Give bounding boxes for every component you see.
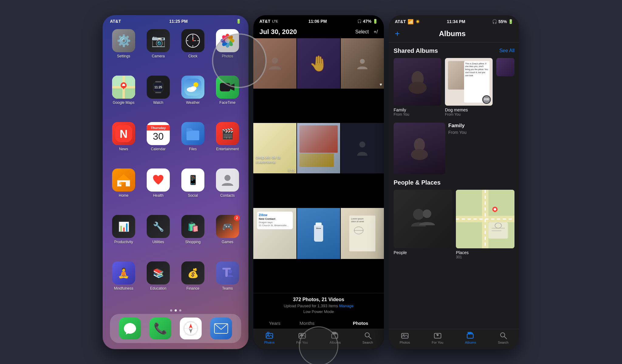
albums-tab-photos[interactable]: Photos: [400, 332, 410, 344]
years-tab[interactable]: Years: [269, 321, 281, 326]
photo-cell-6[interactable]: [341, 123, 384, 173]
app-education[interactable]: 📚 Education: [143, 261, 173, 303]
teams-label: Teams: [222, 286, 233, 291]
dock-phone[interactable]: 📞: [149, 318, 171, 339]
photo-cell-7[interactable]: Zillow New Contact Dragon says:21 Church…: [253, 208, 296, 259]
app-settings[interactable]: ⚙️ Settings: [109, 29, 138, 71]
clock-label: Clock: [188, 54, 197, 58]
app-clock[interactable]: Clock: [178, 29, 208, 71]
dot-2[interactable]: [175, 309, 177, 311]
app-contacts[interactable]: Contacts: [213, 168, 242, 210]
family-album[interactable]: Family From You: [394, 58, 441, 117]
dog-memes-album[interactable]: This is Zoey's pillow. If she likes you,…: [445, 58, 493, 117]
manage-link[interactable]: Manage: [339, 304, 354, 308]
people-places-header: People & Places: [394, 179, 514, 186]
select-button[interactable]: Select: [355, 29, 369, 35]
dot-1[interactable]: [170, 309, 172, 311]
photos-battery: 47%: [363, 19, 371, 24]
weather-icon: [181, 76, 204, 99]
more-button[interactable]: +/: [374, 29, 378, 35]
app-games[interactable]: 🎮 2 Games: [213, 215, 242, 257]
social-icon: 📱: [181, 168, 204, 192]
shopping-label: Shopping: [185, 240, 201, 244]
people-item[interactable]: People: [394, 190, 452, 259]
mail-icon: [210, 318, 232, 339]
app-facetime[interactable]: FaceTime: [213, 76, 242, 117]
svg-line-68: [369, 336, 371, 339]
app-watch[interactable]: 11:25 Watch: [143, 76, 173, 117]
mindfulness-icon: 🧘: [112, 261, 135, 284]
dock-mail[interactable]: [210, 318, 232, 339]
third-album[interactable]: [496, 58, 514, 117]
settings-icon: ⚙️: [112, 29, 135, 52]
tab-photos[interactable]: Photos: [264, 332, 275, 344]
albums-tab-albums[interactable]: Albums: [465, 332, 476, 344]
calendar-icon: Thursday 30: [147, 122, 170, 145]
albums-tab-albums-label: Albums: [465, 341, 476, 344]
dock-safari[interactable]: [180, 318, 202, 339]
facetime-label: FaceTime: [220, 100, 236, 105]
svg-point-41: [119, 182, 124, 185]
photos-count: 372 Photos, 21 Videos: [259, 297, 378, 302]
albums-tab-for-you[interactable]: For You: [432, 332, 443, 344]
app-shopping[interactable]: 🛍️ Shopping: [178, 215, 208, 257]
news-label: News: [119, 147, 128, 151]
home-label: Home: [119, 193, 128, 198]
app-home[interactable]: Home: [109, 168, 138, 210]
third-thumb: [496, 58, 514, 76]
dot-3[interactable]: [179, 309, 181, 311]
shared-albums-section-header: Shared Albums See All: [394, 47, 514, 54]
photos-status-bar: AT&T LTE 11:06 PM 🎧 47% 🔋: [253, 15, 384, 26]
add-album-button[interactable]: +: [395, 29, 400, 39]
health-label: Health: [153, 193, 164, 198]
photo-cell-2[interactable]: 🤚: [297, 38, 340, 89]
albums-content[interactable]: Shared Albums See All: [389, 43, 519, 329]
photos-grid: 🤚 ♥ después de la cuarentena 0:15: [253, 38, 384, 293]
app-productivity[interactable]: 📊 Productivity: [109, 215, 138, 257]
photos-tab[interactable]: Photos: [353, 321, 368, 326]
contacts-label: Contacts: [220, 193, 234, 198]
photos-date: Jul 30, 2020: [259, 28, 297, 36]
app-photos[interactable]: Photos: [213, 29, 242, 71]
family-info: Family From You: [448, 123, 514, 135]
tab-albums[interactable]: Albums: [330, 332, 341, 344]
camera-icon: 📷: [147, 29, 170, 52]
video-title: después de la cuarentena: [256, 155, 296, 164]
tab-for-you[interactable]: For You: [296, 332, 308, 344]
app-social[interactable]: 📱 Social: [178, 168, 208, 210]
albums-time: 11:34 PM: [447, 19, 465, 24]
svg-text:N: N: [120, 128, 128, 140]
photo-cell-1[interactable]: [253, 38, 296, 89]
photo-cell-4[interactable]: después de la cuarentena 0:15: [253, 123, 296, 173]
app-teams[interactable]: Teams: [213, 261, 242, 303]
albums-tab-bar: Photos For You Albums: [389, 329, 519, 349]
albums-battery: 55%: [498, 19, 507, 24]
see-all-button[interactable]: See All: [499, 48, 514, 53]
app-weather[interactable]: Weather: [178, 76, 208, 117]
app-finance[interactable]: 💰 Finance: [178, 261, 208, 303]
photo-cell-9[interactable]: Lorem ipsumdolor sit amet: [341, 208, 384, 259]
app-files[interactable]: Files: [178, 122, 208, 164]
photo-cell-8[interactable]: Shine: [297, 208, 340, 259]
dock-messages[interactable]: [119, 318, 141, 339]
app-google-maps[interactable]: Google Maps: [109, 76, 138, 117]
education-icon: 📚: [147, 261, 170, 284]
app-mindfulness[interactable]: 🧘 Mindfulness: [109, 261, 138, 303]
places-item[interactable]: Places 301: [456, 190, 514, 259]
family-album-sub: From You: [394, 112, 441, 117]
photo-cell-3[interactable]: ♥: [341, 38, 384, 89]
new-contact-text: New Contact: [259, 217, 291, 220]
app-entertainment[interactable]: 🎬 Entertainment: [213, 122, 242, 164]
app-calendar[interactable]: Thursday 30 Calendar: [143, 122, 173, 164]
tab-search[interactable]: Search: [362, 332, 373, 344]
family-large-thumb: [394, 123, 445, 174]
app-camera[interactable]: 📷 Camera: [143, 29, 173, 71]
app-news[interactable]: N News: [109, 122, 138, 164]
app-health[interactable]: Health: [143, 168, 173, 210]
albums-tab-search-label: Search: [498, 341, 508, 344]
app-utilities[interactable]: 🔧 Utilities: [143, 215, 173, 257]
photo-cell-5[interactable]: [297, 123, 340, 173]
months-tab[interactable]: Months: [299, 321, 314, 326]
albums-tab-search[interactable]: Search: [498, 332, 508, 344]
facetime-icon: [216, 76, 239, 99]
